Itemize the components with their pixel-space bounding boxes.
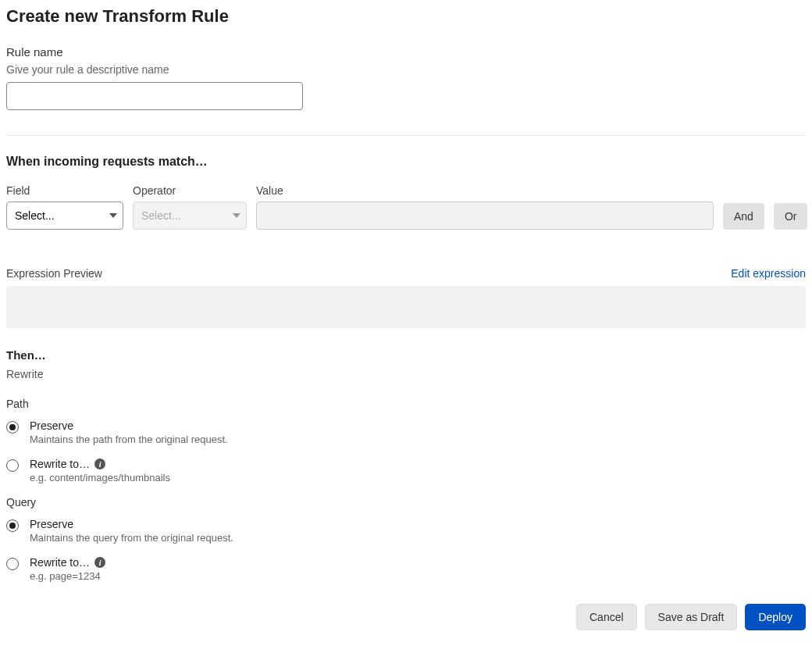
match-heading: When incoming requests match… [6, 155, 806, 169]
then-sub: Rewrite [6, 368, 806, 380]
query-rewrite-desc: e.g. page=1234 [30, 570, 105, 582]
operator-select[interactable]: Select... [133, 202, 247, 230]
field-label: Field [6, 184, 123, 197]
expression-preview-label: Expression Preview [6, 267, 102, 280]
deploy-button[interactable]: Deploy [745, 604, 806, 630]
and-button[interactable]: And [723, 203, 764, 230]
path-preserve-label: Preserve [30, 419, 73, 432]
field-select[interactable]: Select... [6, 202, 123, 230]
rule-name-input[interactable] [6, 82, 303, 110]
expression-preview-box [6, 286, 806, 328]
path-preserve-desc: Maintains the path from the original req… [30, 434, 228, 445]
path-preserve-radio[interactable] [6, 421, 19, 434]
path-rewrite-label: Rewrite to… [30, 458, 90, 470]
save-draft-button[interactable]: Save as Draft [645, 604, 738, 630]
path-label: Path [6, 398, 806, 410]
query-preserve-radio[interactable] [6, 519, 19, 532]
page-title: Create new Transform Rule [6, 6, 806, 27]
value-input[interactable] [256, 202, 714, 230]
divider [6, 135, 806, 136]
rule-name-hint: Give your rule a descriptive name [6, 63, 806, 76]
then-heading: Then… [6, 348, 806, 362]
path-rewrite-radio[interactable] [6, 459, 19, 472]
query-preserve-label: Preserve [30, 518, 73, 530]
edit-expression-link[interactable]: Edit expression [731, 267, 806, 280]
query-label: Query [6, 496, 806, 508]
operator-label: Operator [133, 184, 247, 197]
or-button[interactable]: Or [774, 203, 808, 230]
query-preserve-desc: Maintains the query from the original re… [30, 532, 233, 544]
query-rewrite-label: Rewrite to… [30, 556, 90, 569]
info-icon[interactable]: i [94, 557, 105, 568]
info-icon[interactable]: i [94, 459, 105, 469]
value-label: Value [256, 184, 714, 197]
path-rewrite-desc: e.g. content/images/thumbnails [30, 472, 170, 484]
cancel-button[interactable]: Cancel [576, 604, 637, 630]
rule-name-label: Rule name [6, 45, 806, 59]
query-rewrite-radio[interactable] [6, 558, 19, 570]
